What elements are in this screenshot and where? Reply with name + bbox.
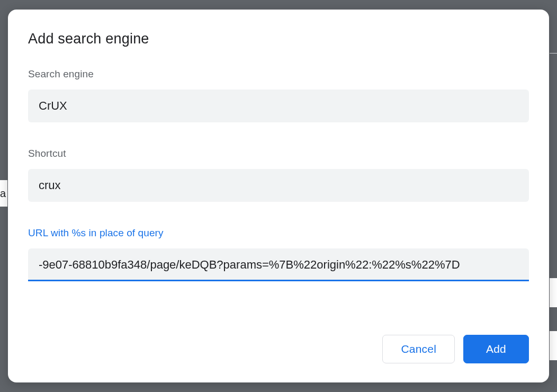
add-search-engine-dialog: Add search engine Search engine Shortcut…: [8, 10, 549, 382]
cancel-button[interactable]: Cancel: [382, 335, 455, 363]
background-fragment: a: [0, 180, 7, 207]
background-divider: [550, 53, 557, 54]
background-fragment: [550, 331, 557, 360]
search-engine-input[interactable]: [28, 90, 529, 122]
search-engine-field-group: Search engine: [28, 68, 529, 122]
url-input[interactable]: [28, 248, 529, 281]
shortcut-field-group: Shortcut: [28, 148, 529, 202]
shortcut-label: Shortcut: [28, 148, 529, 159]
dialog-title: Add search engine: [28, 31, 529, 47]
url-field-group: URL with %s in place of query: [28, 227, 529, 281]
add-button[interactable]: Add: [463, 335, 529, 363]
dialog-footer: Cancel Add: [28, 335, 529, 363]
shortcut-input[interactable]: [28, 169, 529, 202]
url-label: URL with %s in place of query: [28, 227, 529, 239]
search-engine-label: Search engine: [28, 68, 529, 80]
background-fragment: [550, 278, 557, 307]
